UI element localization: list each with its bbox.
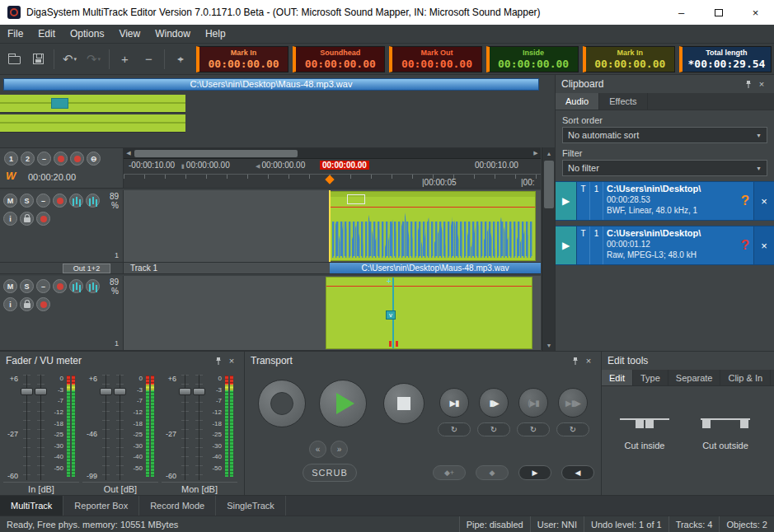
meter-button[interactable] xyxy=(69,279,83,293)
mute-button[interactable]: M xyxy=(3,194,17,208)
meter-button[interactable] xyxy=(69,194,83,208)
clip-level-line[interactable] xyxy=(326,286,532,287)
scroll-up-icon[interactable]: ▲ xyxy=(542,147,556,159)
cut-marker[interactable] xyxy=(396,341,398,347)
close-icon[interactable]: × xyxy=(582,355,595,366)
tab-separate[interactable]: Separate xyxy=(668,370,721,385)
record-arm-button[interactable] xyxy=(36,212,50,226)
record-arm-button[interactable] xyxy=(54,152,68,166)
fader-knob[interactable] xyxy=(21,388,33,395)
volume-point-handle[interactable]: v xyxy=(386,310,396,320)
record-mode-button[interactable] xyxy=(70,152,84,166)
scrub-button[interactable]: SCRUB xyxy=(303,464,357,482)
remove-item-button[interactable]: × xyxy=(753,182,774,220)
fader-knob[interactable] xyxy=(114,388,126,395)
cut-marker[interactable] xyxy=(389,341,392,347)
fader-knob[interactable] xyxy=(179,388,191,395)
marker-button[interactable]: ◆ xyxy=(476,465,509,480)
menu-help[interactable]: Help xyxy=(198,25,233,43)
play-around-cursor-button[interactable]: ▶▮▶ xyxy=(558,388,588,418)
lock-button[interactable] xyxy=(20,297,34,311)
mute-button[interactable]: M xyxy=(3,279,17,293)
tab-multitrack[interactable]: MultiTrack xyxy=(0,496,63,516)
track-name[interactable]: Track 1 xyxy=(124,263,330,273)
track2-lane[interactable]: + v xyxy=(124,276,541,351)
overview-track-strip[interactable] xyxy=(0,95,185,113)
collapse-button[interactable]: – xyxy=(36,279,50,293)
audio-clip[interactable] xyxy=(330,191,536,261)
stop-button[interactable] xyxy=(383,383,425,424)
tab-edit[interactable]: Edit xyxy=(602,370,633,385)
tab-singletrack[interactable]: SingleTrack xyxy=(216,496,286,516)
play-to-cursor-button[interactable]: ▶▮ xyxy=(439,388,469,418)
skip-back-button[interactable]: « xyxy=(309,441,326,458)
meter-button[interactable] xyxy=(86,279,100,293)
horizontal-scrollbar[interactable]: ◀ ▶ xyxy=(124,148,541,159)
loop-button[interactable]: ↻ xyxy=(517,422,550,436)
fader-slider[interactable] xyxy=(100,375,112,480)
clip-handle[interactable] xyxy=(347,194,365,204)
tab-record-mode[interactable]: Record Mode xyxy=(139,496,216,516)
fader-slider[interactable] xyxy=(179,375,191,480)
maximize-button[interactable] xyxy=(700,0,737,25)
audio-clip[interactable]: + v xyxy=(326,277,532,349)
wave-tool-icon[interactable]: W xyxy=(6,170,16,182)
track1-lane[interactable] xyxy=(124,190,541,263)
playhead-line[interactable] xyxy=(329,190,331,262)
goto-marker-button[interactable]: ◂|▸ xyxy=(168,48,192,71)
redo-button[interactable]: ↷▾ xyxy=(82,48,106,71)
fader-slider[interactable] xyxy=(114,375,126,480)
overview-selection[interactable] xyxy=(51,98,68,109)
scrollbar-thumb[interactable] xyxy=(134,150,298,157)
scroll-down-icon[interactable]: ▼ xyxy=(542,339,556,351)
add-marker-button[interactable]: ◆+ xyxy=(433,465,466,480)
clipboard-item[interactable]: ▶ T 1 C:\Users\nin\Desktop\ 00:00:28.53 … xyxy=(556,181,774,221)
info-button[interactable]: i xyxy=(3,212,17,226)
open-button[interactable] xyxy=(2,48,26,71)
menu-window[interactable]: Window xyxy=(148,25,198,43)
clip-level-line[interactable] xyxy=(331,207,535,208)
close-icon[interactable]: × xyxy=(225,355,238,366)
record-button[interactable] xyxy=(258,380,306,427)
vertical-scrollbar[interactable]: ▲ ▼ xyxy=(542,147,555,351)
scrollbar-thumb[interactable] xyxy=(544,161,554,208)
loop-button[interactable]: ↻ xyxy=(477,422,510,436)
menu-options[interactable]: Options xyxy=(63,25,111,43)
overview-file-bar[interactable]: C:\Users\nin\Desktop\Maus-48.mp3.wav xyxy=(3,78,539,91)
menu-edit[interactable]: Edit xyxy=(30,25,63,43)
track-count-1-button[interactable]: 1 xyxy=(4,152,18,166)
play-from-cursor-button[interactable]: ▮▶ xyxy=(479,388,509,418)
tab-effects[interactable]: Effects xyxy=(599,93,647,110)
record-arm-button[interactable] xyxy=(36,297,50,311)
play-button[interactable]: ▶ xyxy=(556,226,577,264)
close-button[interactable]: × xyxy=(737,0,774,25)
menu-view[interactable]: View xyxy=(111,25,148,43)
cut-outside-button[interactable]: Cut outside xyxy=(687,394,763,470)
close-icon[interactable]: × xyxy=(755,78,768,90)
meter-button[interactable] xyxy=(86,194,100,208)
pin-icon[interactable] xyxy=(742,78,755,90)
minimize-tracks-button[interactable]: ⊖ xyxy=(87,152,101,166)
collapse-button[interactable]: – xyxy=(36,194,50,208)
tab-type[interactable]: Type xyxy=(633,370,668,385)
pin-icon[interactable] xyxy=(212,355,225,366)
collapse-button[interactable]: – xyxy=(37,152,51,166)
solo-button[interactable]: S xyxy=(20,279,34,293)
solo-button[interactable]: S xyxy=(20,194,34,208)
skip-forward-button[interactable]: » xyxy=(331,441,348,458)
fader-knob[interactable] xyxy=(100,388,112,395)
undo-button[interactable]: ↶▾ xyxy=(58,48,82,71)
output-routing-select[interactable]: Out 1+2 xyxy=(63,264,110,273)
lock-button[interactable] xyxy=(20,212,34,226)
save-button[interactable] xyxy=(26,48,50,71)
play-button[interactable] xyxy=(319,380,367,427)
remove-item-button[interactable]: × xyxy=(753,226,774,264)
fader-knob[interactable] xyxy=(193,388,205,395)
overview-track-strip[interactable] xyxy=(0,114,185,133)
fader-slider[interactable] xyxy=(35,375,47,480)
track-count-2-button[interactable]: 2 xyxy=(21,152,35,166)
play-selection-button[interactable]: (▶▮ xyxy=(518,388,548,418)
nudge-right-button[interactable]: ▶ xyxy=(518,465,551,480)
fader-slider[interactable] xyxy=(193,375,205,480)
zoom-in-button[interactable]: + xyxy=(113,48,137,71)
